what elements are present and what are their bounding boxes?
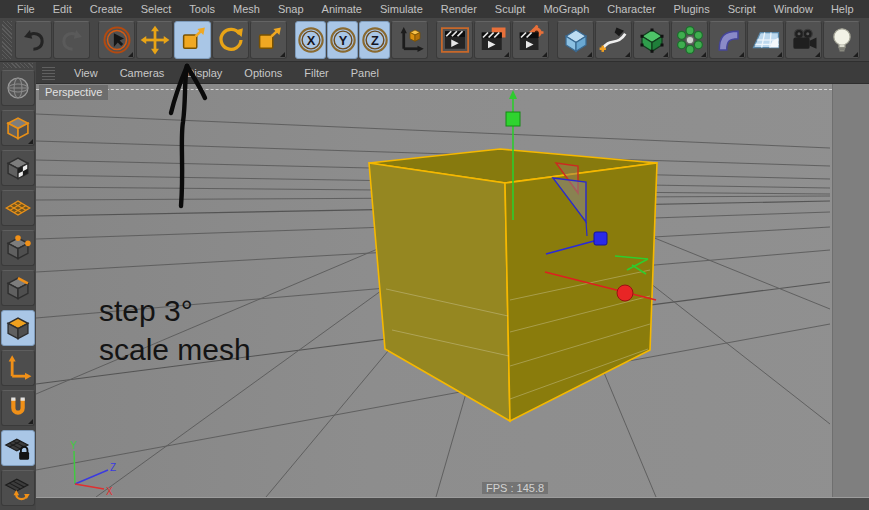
redo-icon [58, 26, 86, 54]
camera-icon [789, 25, 819, 55]
viewport-menu-bar: View Cameras Display Options Filter Pane… [36, 62, 869, 84]
snap-button[interactable] [1, 390, 35, 426]
viewport-menu-grip[interactable] [42, 66, 55, 80]
menu-select[interactable]: Select [132, 3, 181, 15]
pen-spline-button[interactable] [595, 21, 632, 59]
undo-button[interactable] [15, 21, 52, 59]
array-generator-button[interactable] [671, 21, 708, 59]
redo-button[interactable] [53, 21, 90, 59]
menu-simulate[interactable]: Simulate [371, 3, 432, 15]
menu-file[interactable]: File [8, 3, 44, 15]
points-mode-button[interactable] [1, 230, 35, 266]
menu-mesh[interactable]: Mesh [224, 3, 269, 15]
flyout-indicator [28, 139, 33, 144]
menu-create[interactable]: Create [81, 3, 132, 15]
live-selection-icon [102, 25, 132, 55]
menu-sculpt[interactable]: Sculpt [486, 3, 535, 15]
edges-mode-button[interactable] [1, 270, 35, 306]
scale-tool-icon [178, 25, 208, 55]
menu-plugins[interactable]: Plugins [665, 3, 719, 15]
viewport-menu-cameras[interactable]: Cameras [109, 67, 176, 79]
add-cube-primitive-button[interactable] [557, 21, 594, 59]
coordinate-system-button[interactable] [391, 21, 428, 59]
rotate-tool-button[interactable] [212, 21, 249, 59]
lock-z-button[interactable]: Z [359, 21, 390, 59]
menu-snap[interactable]: Snap [269, 3, 313, 15]
axis-y-label: Y [70, 440, 77, 451]
menu-character[interactable]: Character [598, 3, 664, 15]
svg-text:X: X [306, 32, 315, 47]
flyout-indicator [28, 419, 33, 424]
flyout-indicator [777, 52, 782, 57]
light-icon [827, 25, 857, 55]
move-tool-button[interactable] [136, 21, 173, 59]
axis-x-label: X [106, 486, 113, 497]
workplane-mode-icon [4, 194, 32, 222]
polygons-mode-button[interactable] [1, 310, 35, 346]
enable-axis-button[interactable] [1, 350, 35, 386]
viewport-menu-display[interactable]: Display [175, 67, 233, 79]
floor-environment-button[interactable] [747, 21, 784, 59]
flyout-indicator [815, 52, 820, 57]
edit-render-settings-button[interactable] [512, 21, 549, 59]
edges-mode-icon [4, 274, 32, 302]
flyout-indicator [739, 52, 744, 57]
viewport-menu-filter[interactable]: Filter [293, 67, 339, 79]
make-editable-button[interactable] [1, 70, 35, 106]
make-editable-icon [4, 74, 32, 102]
lock-x-button[interactable]: X [295, 21, 326, 59]
array-generator-icon [675, 25, 705, 55]
render-to-picture-viewer-button[interactable] [474, 21, 511, 59]
camera-label[interactable]: Perspective [39, 85, 108, 100]
workplane-rotate-icon [4, 474, 32, 502]
live-selection-button[interactable] [98, 21, 135, 59]
texture-mode-button[interactable] [1, 150, 35, 186]
viewport-menu-view[interactable]: View [63, 67, 109, 79]
gizmo-z-handle[interactable] [594, 232, 607, 245]
flyout-indicator [701, 52, 706, 57]
perspective-viewport[interactable]: Perspective FPS : 145.8 Y Z X [36, 84, 869, 497]
light-button[interactable] [823, 21, 860, 59]
lock-workplane-icon [4, 434, 32, 462]
flyout-indicator [853, 52, 858, 57]
flyout-indicator [663, 52, 668, 57]
scale-tool-button[interactable] [174, 21, 211, 59]
cinema4d-window: File Edit Create Select Tools Mesh Snap … [0, 0, 869, 510]
workplane-mode-button[interactable] [1, 190, 35, 226]
workplane-button[interactable] [1, 470, 35, 506]
render-view-button[interactable] [436, 21, 473, 59]
undo-icon [20, 26, 48, 54]
model-mode-icon [4, 114, 32, 142]
menu-tools[interactable]: Tools [180, 3, 224, 15]
sidebar-grip[interactable] [3, 63, 33, 68]
deformer-button[interactable] [709, 21, 746, 59]
world-axis-indicator: Y Z X [60, 439, 160, 497]
transform-tools-group [98, 21, 288, 59]
flyout-indicator [625, 52, 630, 57]
menu-help[interactable]: Help [822, 3, 863, 15]
menu-animate[interactable]: Animate [313, 3, 371, 15]
model-mode-button[interactable] [1, 110, 35, 146]
camera-button[interactable] [785, 21, 822, 59]
toolbar-grip[interactable] [2, 21, 12, 59]
gizmo-x-handle[interactable] [617, 285, 633, 301]
viewport-menu-panel[interactable]: Panel [340, 67, 390, 79]
flyout-indicator [128, 52, 133, 57]
lock-workplane-button[interactable] [1, 430, 35, 466]
main-toolbar: X Y Z [0, 18, 869, 62]
menu-render[interactable]: Render [432, 3, 486, 15]
gizmo-y-handle[interactable] [506, 112, 520, 126]
coordinate-system-icon [395, 25, 425, 55]
subdivision-surface-button[interactable] [633, 21, 670, 59]
viewport-menu-options[interactable]: Options [233, 67, 293, 79]
last-used-tool-button[interactable] [250, 21, 287, 59]
menu-window[interactable]: Window [765, 3, 822, 15]
menu-script[interactable]: Script [719, 3, 765, 15]
lock-y-button[interactable]: Y [327, 21, 358, 59]
cube-primitive-icon [561, 25, 591, 55]
viewport-canvas[interactable] [36, 84, 832, 497]
menu-mograph[interactable]: MoGraph [534, 3, 598, 15]
menu-edit[interactable]: Edit [44, 3, 81, 15]
move-tool-icon [140, 25, 170, 55]
axis-z-label: Z [110, 462, 116, 473]
